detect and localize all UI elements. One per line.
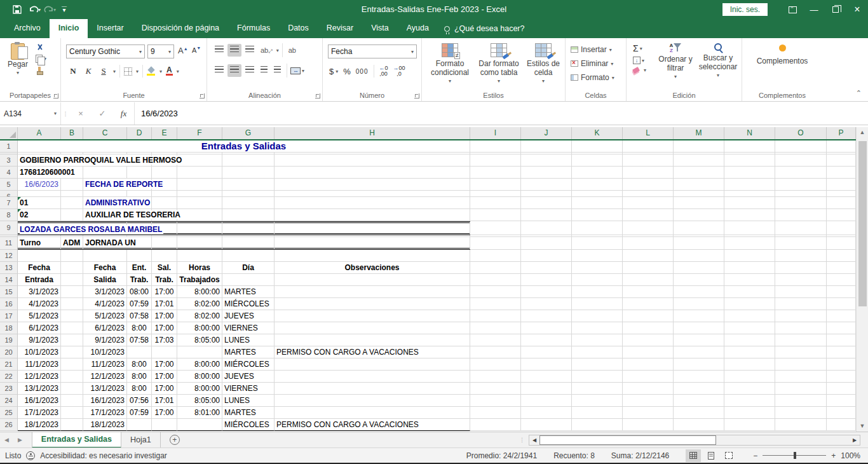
select-all-corner[interactable] bbox=[0, 127, 18, 139]
cell-A25[interactable]: 17/1/2023 bbox=[18, 407, 61, 419]
column-header-P[interactable]: P bbox=[827, 127, 856, 139]
cell-J6[interactable] bbox=[521, 191, 572, 197]
cell-H19[interactable] bbox=[275, 334, 470, 346]
cell-C16[interactable]: 4/1/2023 bbox=[83, 298, 127, 310]
cell-G9[interactable] bbox=[222, 221, 275, 235]
cell-E14[interactable]: Trab. bbox=[152, 274, 177, 286]
cell-E24[interactable]: 17:01 bbox=[152, 395, 177, 407]
cell-J15[interactable] bbox=[521, 286, 572, 298]
cell-J21[interactable] bbox=[521, 358, 572, 371]
cell-M7[interactable] bbox=[674, 197, 724, 209]
column-header-O[interactable]: O bbox=[775, 127, 827, 139]
cell-H14[interactable] bbox=[275, 274, 470, 286]
cell-J9[interactable] bbox=[521, 221, 572, 235]
cell-M17[interactable] bbox=[674, 310, 724, 322]
cell-K5[interactable] bbox=[572, 179, 623, 191]
cell-O12[interactable] bbox=[775, 250, 827, 262]
font-size-combo[interactable]: 9▾ bbox=[147, 44, 174, 58]
column-header-C[interactable]: C bbox=[83, 127, 127, 139]
cell-G20[interactable]: MARTES bbox=[222, 346, 275, 358]
clipboard-dialog-launcher[interactable] bbox=[53, 93, 58, 99]
cell-C26[interactable]: 18/1/2023 bbox=[83, 419, 127, 431]
scroll-right-icon[interactable]: ▶ bbox=[850, 437, 860, 443]
cell-F6[interactable] bbox=[177, 191, 222, 197]
cell-L26[interactable] bbox=[623, 419, 674, 431]
minimize-button[interactable]: — bbox=[803, 0, 825, 19]
cell-G24[interactable]: LUNES bbox=[222, 395, 275, 407]
column-header-G[interactable]: G bbox=[222, 127, 275, 139]
cell-J20[interactable] bbox=[521, 346, 572, 358]
cell-K13[interactable] bbox=[572, 262, 623, 274]
cell-F8[interactable] bbox=[177, 209, 222, 221]
cell-styles-button[interactable]: Estilos de celda▾ bbox=[524, 43, 563, 86]
cell-I11[interactable] bbox=[470, 237, 521, 250]
cell-B11[interactable]: ADM bbox=[61, 237, 83, 250]
cell-E20[interactable] bbox=[152, 346, 177, 358]
wrap-text-icon[interactable]: ab bbox=[286, 44, 299, 56]
cell-B14[interactable] bbox=[61, 274, 83, 286]
font-dialog-launcher[interactable] bbox=[200, 93, 205, 99]
cell-K12[interactable] bbox=[572, 250, 623, 262]
cell-H21[interactable] bbox=[275, 358, 470, 371]
cell-L4[interactable] bbox=[623, 167, 674, 179]
cell-G18[interactable]: VIERNES bbox=[222, 322, 275, 334]
column-header-I[interactable]: I bbox=[470, 127, 521, 139]
format-cells-button[interactable]: Formato▾ bbox=[571, 71, 614, 84]
decrease-indent-icon[interactable] bbox=[258, 64, 270, 77]
cell-K19[interactable] bbox=[572, 334, 623, 346]
cell-O7[interactable] bbox=[775, 197, 827, 209]
cell-B20[interactable] bbox=[61, 346, 83, 358]
cell-B17[interactable] bbox=[61, 310, 83, 322]
cell-N8[interactable] bbox=[724, 209, 775, 221]
cell-N26[interactable] bbox=[724, 419, 775, 431]
cell-L24[interactable] bbox=[623, 395, 674, 407]
cell-J24[interactable] bbox=[521, 395, 572, 407]
cell-N21[interactable] bbox=[724, 358, 775, 371]
decrease-font-icon[interactable]: A▼ bbox=[192, 46, 201, 54]
row-header-8[interactable]: 8 bbox=[0, 209, 18, 221]
cell-J5[interactable] bbox=[521, 179, 572, 191]
name-box[interactable]: A134▾ bbox=[0, 102, 61, 125]
cell-P6[interactable] bbox=[827, 191, 856, 197]
format-as-table-button[interactable]: Dar formato como tabla▾ bbox=[475, 43, 522, 86]
cell-C19[interactable]: 9/1/2023 bbox=[83, 334, 127, 346]
cell-K21[interactable] bbox=[572, 358, 623, 371]
cell-C24[interactable]: 16/1/2023 bbox=[83, 395, 127, 407]
column-header-D[interactable]: D bbox=[127, 127, 152, 139]
cell-N23[interactable] bbox=[724, 383, 775, 395]
row-header-14[interactable]: 14 bbox=[0, 274, 18, 286]
font-name-combo[interactable]: Century Gothic▾ bbox=[66, 44, 145, 58]
cell-L21[interactable] bbox=[623, 358, 674, 371]
horizontal-scrollbar[interactable]: ◀ ▶ bbox=[529, 435, 860, 446]
column-header-H[interactable]: H bbox=[275, 127, 470, 139]
cell-H16[interactable] bbox=[275, 298, 470, 310]
cell-D21[interactable]: 8:00 bbox=[127, 358, 152, 371]
cell-I5[interactable] bbox=[470, 179, 521, 191]
cell-A8[interactable]: 02 bbox=[18, 209, 61, 221]
cell-J18[interactable] bbox=[521, 322, 572, 334]
align-center-icon[interactable] bbox=[227, 64, 241, 77]
cell-L7[interactable] bbox=[623, 197, 674, 209]
cell-G4[interactable] bbox=[222, 167, 275, 179]
percent-format-icon[interactable]: % bbox=[343, 67, 351, 76]
cell-E18[interactable]: 17:00 bbox=[152, 322, 177, 334]
tab-inicio[interactable]: Inicio bbox=[50, 19, 88, 38]
tell-me-search[interactable]: ¿Qué desea hacer? bbox=[438, 19, 531, 38]
merge-center-icon[interactable] bbox=[290, 67, 301, 74]
cell-M26[interactable] bbox=[674, 419, 724, 431]
cell-M5[interactable] bbox=[674, 179, 724, 191]
cell-J3[interactable] bbox=[521, 154, 572, 167]
cell-O8[interactable] bbox=[775, 209, 827, 221]
horizontal-scroll-thumb[interactable] bbox=[539, 435, 716, 445]
cell-M4[interactable] bbox=[674, 167, 724, 179]
cell-B5[interactable] bbox=[61, 179, 83, 191]
cell-B21[interactable] bbox=[61, 358, 83, 371]
cell-F7[interactable] bbox=[177, 197, 222, 209]
decrease-decimal-icon[interactable]: →00,0 bbox=[393, 65, 405, 77]
number-dialog-launcher[interactable] bbox=[414, 93, 419, 99]
cell-F21[interactable]: 8:00:00 bbox=[177, 358, 222, 371]
cell-N16[interactable] bbox=[724, 298, 775, 310]
cell-I8[interactable] bbox=[470, 209, 521, 221]
cell-H8[interactable] bbox=[275, 209, 470, 221]
cell-K22[interactable] bbox=[572, 371, 623, 383]
